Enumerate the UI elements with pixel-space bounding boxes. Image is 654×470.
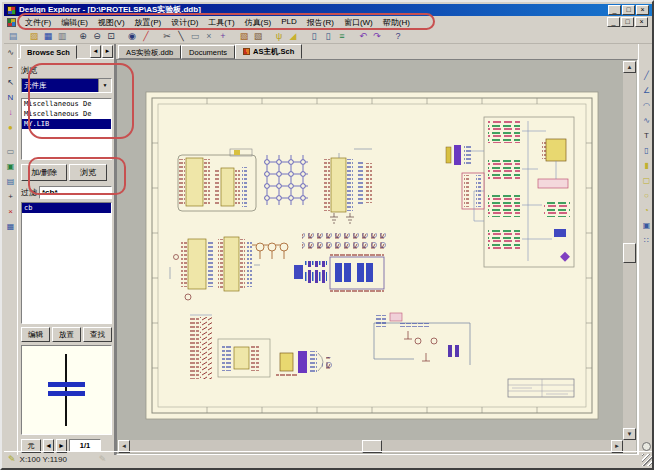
toolbar-separator [265,30,272,43]
component-buttons: 编辑 放置 查找 [21,327,112,342]
resize-grip[interactable] [642,454,654,466]
zoom-out-icon[interactable]: ⊖ [90,30,104,43]
doc-minimize-button[interactable]: _ [607,17,620,27]
menu-item-7[interactable]: PLD [276,17,302,28]
menu-item-1[interactable]: 编辑(E) [56,17,93,28]
component-list[interactable]: cb [21,202,112,324]
junction-tool-icon[interactable]: + [5,191,17,203]
doc-tab-1[interactable]: Documents [181,45,235,59]
array-tool-icon[interactable]: ∷ [641,235,653,247]
scroll-up-icon[interactable]: ▲ [623,61,636,73]
rectangle-tool-icon[interactable]: ▮ [641,160,653,172]
bus-tool-icon[interactable]: ⌐ [5,62,17,74]
document-system-icon[interactable] [7,18,16,27]
menu-item-8[interactable]: 报告(R) [302,17,339,28]
move-icon[interactable]: + [216,30,230,43]
doc-restore-button[interactable]: □ [621,17,634,27]
schematic-canvas[interactable]: ▲ ▼ ◄ ► [116,59,638,455]
maximize-button[interactable]: □ [622,5,635,15]
add-remove-button[interactable]: 加/删除 [21,164,67,181]
port-tool-icon[interactable]: ↓ [5,107,17,119]
scroll-down-icon[interactable]: ▼ [623,428,636,440]
menu-item-4[interactable]: 设计(D) [166,17,203,28]
annotate-icon[interactable]: ◢ [286,30,300,43]
report-icon[interactable]: ≡ [335,30,349,43]
wire-tool-icon[interactable]: ∿ [5,47,17,59]
library-list-item[interactable]: MY.LIB [22,119,111,129]
select-mode-icon[interactable]: ▤ [6,30,20,43]
grid-tool-icon[interactable]: ▦ [5,221,17,233]
menu-item-9[interactable]: 窗口(W) [339,17,378,28]
vertical-scroll-thumb[interactable] [623,243,636,263]
minimize-button[interactable]: _ [608,5,621,15]
curve-tool-icon[interactable]: ∿ [641,115,653,127]
open-document-icon[interactable]: ▨ [27,30,41,43]
part-tool-icon[interactable]: ● [5,122,17,134]
round-rect-tool-icon[interactable]: ▢ [641,175,653,187]
doc-tab-2[interactable]: AS主机.Sch [235,44,302,59]
print-icon[interactable]: ▥ [55,30,69,43]
add-part-icon[interactable]: ▧ [251,30,265,43]
panel-tab-left-arrow[interactable]: ◄ [90,45,101,58]
menu-item-2[interactable]: 视图(V) [93,17,130,28]
polyline-tool-icon[interactable]: ∠ [641,85,653,97]
draw-line-icon[interactable]: ╲ [174,30,188,43]
vertical-scrollbar[interactable]: ▲ ▼ [623,61,636,440]
filter-list-item[interactable]: cb [22,203,111,213]
find-button[interactable]: 查找 [83,327,112,342]
menu-item-6[interactable]: 仿真(S) [240,17,277,28]
edit-button[interactable]: 编辑 [21,327,50,342]
window-title: Design Explorer - [D:\PROTELSP\AS实验板.ddb… [19,5,201,14]
library-list-item[interactable]: Miscellaneous De [22,109,111,119]
sheet-symbol-tool-icon[interactable]: ▭ [5,146,17,158]
cursor-tool-icon[interactable]: ↖ [5,77,17,89]
pie-tool-icon[interactable]: ◔ [641,205,653,217]
browse-library-icon[interactable]: ▧ [237,30,251,43]
library-list-item[interactable]: Miscellaneous De [22,99,111,109]
close-button[interactable]: × [636,5,649,15]
select-area-icon[interactable]: ▭ [188,30,202,43]
redline-icon[interactable]: ╱ [139,30,153,43]
help-icon[interactable]: ? [391,30,405,43]
menu-item-0[interactable]: 文件(F) [20,17,56,28]
zoom-in-icon[interactable]: ⊕ [76,30,90,43]
redo-icon[interactable]: ↷ [370,30,384,43]
text-tool-icon[interactable]: T [641,130,653,142]
sheets-tool-icon[interactable]: ▤ [5,176,17,188]
title-bar[interactable]: Design Explorer - [D:\PROTELSP\AS实验板.ddb… [4,4,652,16]
browse-mode-dropdown[interactable]: 元件库 ▼ [21,78,112,93]
zoom-document-icon[interactable]: ⊡ [104,30,118,43]
menu-item-10[interactable]: 帮助(H) [378,17,415,28]
find-icon[interactable]: ◉ [125,30,139,43]
delete-tool-icon[interactable]: × [5,206,17,218]
simulate-icon[interactable]: ▯ [307,30,321,43]
tools-icon[interactable]: ✂ [160,30,174,43]
save-icon[interactable]: ▦ [41,30,55,43]
browse-button[interactable]: 浏览 [69,164,107,181]
chevron-down-icon[interactable]: ▼ [98,79,111,92]
arc-tool-icon[interactable]: ◠ [641,100,653,112]
sheet-part-tool-icon[interactable]: ▯ [641,145,653,157]
net-label-tool-icon[interactable]: N [5,92,17,104]
doc-tab-0[interactable]: AS实验板.ddb [118,45,181,59]
undo-icon[interactable]: ↶ [356,30,370,43]
doc-close-button[interactable]: × [635,17,648,27]
pan-view-icon[interactable] [642,442,651,451]
filter-input[interactable]: *cb* [39,186,112,199]
cursor-coordinates: X:100 Y:1190 [20,455,67,464]
menu-item-5[interactable]: 工具(T) [203,17,239,28]
place-button[interactable]: 放置 [52,327,81,342]
draw-line-tool-icon[interactable]: ╱ [641,70,653,82]
tab-browse-sch[interactable]: Browse Sch [20,45,77,59]
library-list[interactable]: Miscellaneous DeMiscellaneous DeMY.LIB [21,98,112,160]
panel-tab-right-arrow[interactable]: ► [102,45,113,58]
cut-icon[interactable]: × [202,30,216,43]
probe-icon[interactable]: ψ [272,30,286,43]
pencil-icon-faint: ✎ [99,454,107,464]
menu-item-3[interactable]: 放置(P) [130,17,167,28]
picture-tool-icon[interactable]: ▣ [5,161,17,173]
netlist-icon[interactable]: ▯ [321,30,335,43]
block-title [508,379,574,397]
graphic-tool-icon[interactable]: ▣ [641,220,653,232]
ellipse-tool-icon[interactable]: ○ [641,190,653,202]
